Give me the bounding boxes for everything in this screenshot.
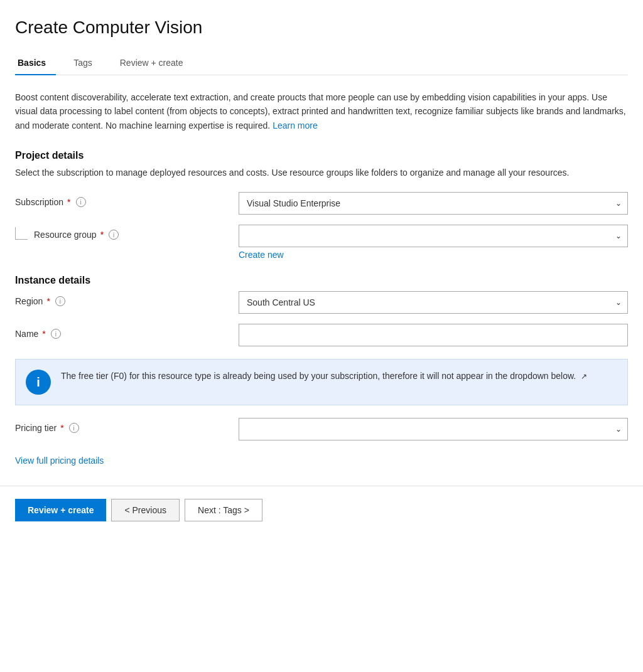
page-title: Create Computer Vision <box>15 18 628 38</box>
region-row: Region * i South Central US ⌄ <box>15 291 628 314</box>
name-input[interactable] <box>239 324 628 346</box>
project-details-section: Project details Select the subscription … <box>15 150 628 260</box>
pricing-select[interactable] <box>239 418 628 440</box>
tabs-container: Basics Tags Review + create <box>15 53 628 75</box>
resource-group-row: Resource group * i ⌄ Create new <box>15 225 628 260</box>
subscription-select-wrapper: Visual Studio Enterprise ⌄ <box>239 192 628 215</box>
resource-group-label: Resource group <box>34 230 97 240</box>
name-control <box>239 324 628 346</box>
name-info-icon[interactable]: i <box>51 329 61 339</box>
region-info-icon[interactable]: i <box>55 296 65 306</box>
subscription-label-col: Subscription * i <box>15 192 229 207</box>
previous-button[interactable]: < Previous <box>111 499 180 521</box>
region-label: Region <box>15 296 43 306</box>
pricing-control: ⌄ <box>239 418 628 440</box>
subscription-info-icon[interactable]: i <box>76 197 86 207</box>
info-banner-text: The free tier (F0) for this resource typ… <box>61 370 617 383</box>
create-new-link[interactable]: Create new <box>239 250 284 260</box>
tab-tags[interactable]: Tags <box>71 53 102 75</box>
resource-group-select-wrapper: ⌄ <box>239 225 628 247</box>
region-select-wrapper: South Central US ⌄ <box>239 291 628 314</box>
view-pricing-link[interactable]: View full pricing details <box>15 456 104 466</box>
learn-more-link[interactable]: Learn more <box>273 120 318 131</box>
tab-basics[interactable]: Basics <box>15 53 56 75</box>
pricing-required: * <box>60 423 63 433</box>
info-banner: i The free tier (F0) for this resource t… <box>15 359 628 405</box>
subscription-required: * <box>67 197 70 207</box>
region-select[interactable]: South Central US <box>239 291 628 314</box>
tab-review-create[interactable]: Review + create <box>117 53 193 75</box>
resource-group-control: ⌄ Create new <box>239 225 628 260</box>
resource-group-select[interactable] <box>239 225 628 247</box>
resource-group-required: * <box>100 230 104 240</box>
instance-details-section: Instance details Region * i South Centra… <box>15 275 628 346</box>
region-label-col: Region * i <box>15 291 229 306</box>
name-label: Name <box>15 329 38 339</box>
region-control: South Central US ⌄ <box>239 291 628 314</box>
subscription-control: Visual Studio Enterprise ⌄ <box>239 192 628 215</box>
subscription-row: Subscription * i Visual Studio Enterpris… <box>15 192 628 215</box>
pricing-select-wrapper: ⌄ <box>239 418 628 440</box>
pricing-label-col: Pricing tier * i <box>15 418 229 433</box>
subscription-select[interactable]: Visual Studio Enterprise <box>239 192 628 215</box>
external-link-icon: ↗ <box>581 372 587 381</box>
project-details-subtitle: Select the subscription to manage deploy… <box>15 166 628 179</box>
pricing-row: Pricing tier * i ⌄ <box>15 418 628 440</box>
project-details-title: Project details <box>15 150 628 161</box>
name-label-col: Name * i <box>15 324 229 339</box>
info-banner-icon: i <box>26 370 51 395</box>
subscription-label: Subscription <box>15 197 63 207</box>
description-text: Boost content discoverability, accelerat… <box>15 90 628 132</box>
resource-group-label-col: Resource group * i <box>15 225 229 240</box>
region-required: * <box>46 296 50 306</box>
next-tags-button[interactable]: Next : Tags > <box>185 499 262 521</box>
pricing-label: Pricing tier <box>15 423 57 433</box>
pricing-info-icon[interactable]: i <box>69 423 79 433</box>
resource-group-info-icon[interactable]: i <box>109 230 119 240</box>
name-required: * <box>42 329 45 339</box>
footer-actions: Review + create < Previous Next : Tags > <box>0 486 643 534</box>
pricing-section: Pricing tier * i ⌄ View full pricing det… <box>15 418 628 466</box>
instance-details-title: Instance details <box>15 275 628 286</box>
name-row: Name * i <box>15 324 628 346</box>
review-create-button[interactable]: Review + create <box>15 499 106 521</box>
